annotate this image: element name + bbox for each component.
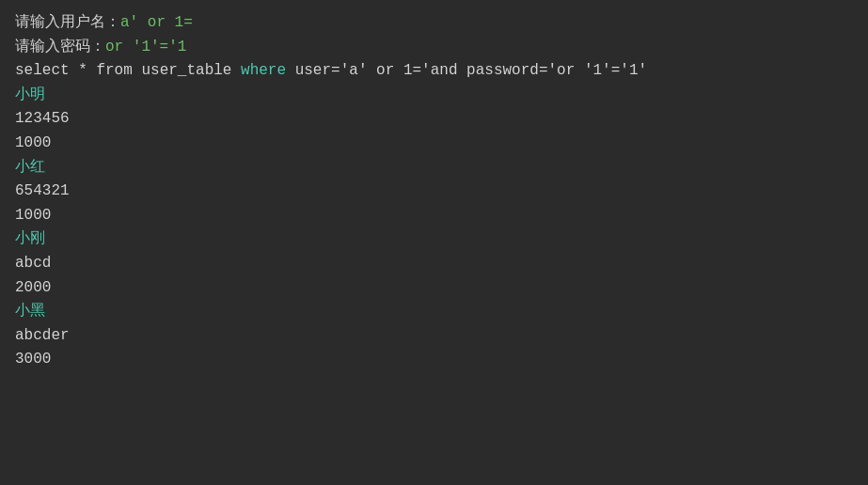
output-line-15: 3000: [15, 348, 853, 372]
text-segment: 3000: [15, 351, 51, 368]
text-segment: 小刚: [15, 230, 45, 247]
text-segment: 小明: [15, 86, 45, 103]
text-segment: where: [241, 62, 286, 79]
output-line-6: 1000: [15, 132, 853, 156]
text-segment: abcd: [15, 255, 51, 272]
text-segment: 654321: [15, 182, 70, 199]
output-line-1: 请输入用户名：a' or 1=: [15, 11, 853, 36]
output-line-10: 小刚: [15, 227, 853, 252]
output-line-8: 654321: [15, 180, 853, 204]
output-line-3: select * from user_table where user='a' …: [15, 59, 853, 84]
text-segment: 请输入密码：: [15, 39, 105, 55]
output-line-13: 小黑: [15, 300, 853, 324]
terminal-output: 请输入用户名：a' or 1=请输入密码：or '1'='1select * f…: [15, 11, 853, 372]
output-line-9: 1000: [15, 204, 853, 228]
text-segment: a' or 1=: [120, 14, 193, 31]
text-segment: 1000: [15, 134, 51, 151]
output-line-2: 请输入密码：or '1'='1: [15, 36, 853, 60]
output-line-14: abcder: [15, 324, 853, 349]
text-segment: 2000: [15, 279, 51, 296]
output-line-12: 2000: [15, 276, 853, 301]
text-segment: 小黑: [15, 303, 45, 320]
text-segment: 123456: [15, 110, 70, 127]
output-line-11: abcd: [15, 252, 853, 276]
text-segment: user='a' or 1='and password='or '1'='1': [286, 62, 647, 79]
text-segment: abcder: [15, 327, 70, 344]
output-line-4: 小明: [15, 84, 853, 108]
text-segment: select * from user_table: [15, 62, 241, 79]
text-segment: 小红: [15, 159, 45, 176]
output-line-5: 123456: [15, 107, 853, 132]
text-segment: 1000: [15, 207, 51, 224]
text-segment: 请输入用户名：: [15, 14, 120, 31]
output-line-7: 小红: [15, 156, 853, 180]
text-segment: or '1'='1: [105, 39, 186, 55]
